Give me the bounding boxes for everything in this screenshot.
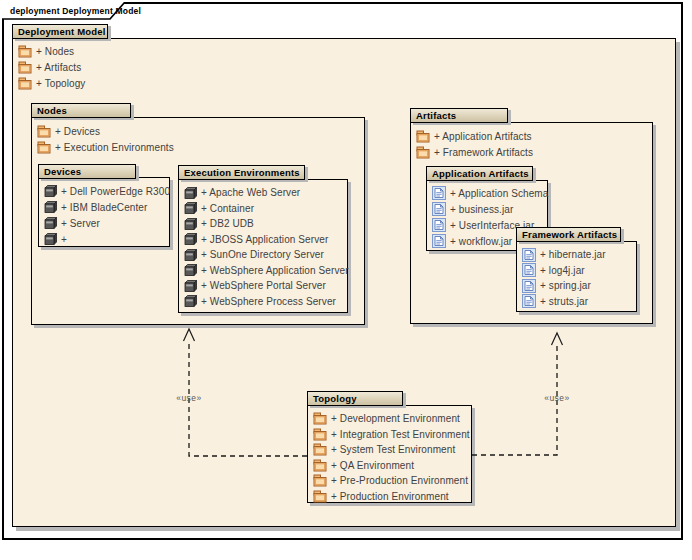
list-item-label: + WebSphere Portal Server [201,280,326,291]
list-item[interactable]: + Dell PowerEdge R300 [44,183,168,199]
list-item-label: + Framework Artifacts [434,147,533,158]
artifact-icon [432,218,446,232]
package-framework-artifacts-body[interactable]: + hibernate.jar+ log4j.jar+ spring.jar+ … [516,241,637,312]
list-item-label: + Pre-Production Environment [331,475,468,486]
list-item-label: + SunOne Directory Server [201,249,324,260]
package-title: Artifacts [416,110,456,121]
list-item[interactable]: + QA Environment [313,458,470,474]
list-item[interactable]: + Server [44,215,168,231]
list-item-label: + Devices [55,126,100,137]
device-icon [184,218,197,230]
device-icon [44,217,57,229]
package-title: Framework Artifacts [522,229,617,240]
list-item[interactable]: + Application Artifacts [416,128,651,144]
list-item[interactable]: + Application Schema [432,185,546,201]
list-item[interactable]: + Pre-Production Environment [313,473,470,489]
list-item[interactable]: + Framework Artifacts [416,144,651,160]
folder-icon [313,428,327,441]
list-item[interactable]: + JBOSS Application Server [184,232,346,248]
list-item-label: + Server [61,218,100,229]
device-icon [44,201,57,213]
list-item-label: + Execution Environments [55,142,174,153]
package-title: Application Artifacts [432,168,529,179]
device-icon [184,264,197,276]
list-item[interactable]: + log4j.jar [522,263,635,279]
package-nodes-tab[interactable]: Nodes [31,103,131,118]
package-topology-body[interactable]: + Development Environment+ Integration T… [307,405,472,503]
list-item[interactable]: + IBM BladeCenter [44,199,168,215]
device-icon [184,280,197,292]
list-item[interactable]: + System Test Environment [313,442,470,458]
list-item[interactable]: + spring.jar [522,278,635,294]
package-deployment-model-tab[interactable]: Deployment Model [12,24,108,39]
list-item[interactable]: + Execution Environments [37,139,363,155]
list-item-label: + [61,234,67,245]
list-item-label: + Apache Web Server [201,187,300,198]
list-item-label: + Development Environment [331,413,460,424]
folder-icon [37,125,51,138]
package-topology-tab[interactable]: Topology [307,391,403,406]
list-item-label: + System Test Environment [331,444,455,455]
list-item-label: + Topology [36,78,85,89]
device-icon [184,202,197,214]
use-stereotype-label: «use» [176,393,202,403]
device-icon [184,187,197,199]
folder-icon [313,443,327,456]
folder-icon [18,61,32,74]
list-item-label: + Nodes [36,46,74,57]
device-icon [184,249,197,261]
package-topology-items: + Development Environment+ Integration T… [313,411,470,504]
package-devices-body[interactable]: + Dell PowerEdge R300+ IBM BladeCenter+ … [38,177,170,247]
folder-icon [313,412,327,425]
frame-label: deployment Deployment Model [10,6,141,16]
list-item[interactable]: + Production Environment [313,489,470,505]
list-item[interactable]: + WebSphere Application Server [184,263,346,279]
package-artifacts-tab[interactable]: Artifacts [410,108,508,123]
list-item[interactable]: + Nodes [18,43,674,59]
package-title: Devices [44,166,81,177]
list-item[interactable]: + Apache Web Server [184,185,346,201]
list-item-label: + hibernate.jar [540,249,606,260]
list-item[interactable]: + Integration Test Environment [313,427,470,443]
list-item[interactable]: + WebSphere Portal Server [184,278,346,294]
list-item-label: + Container [201,203,254,214]
list-item[interactable]: + Devices [37,123,363,139]
use-stereotype-label: «use» [544,393,570,403]
list-item-label: + WebSphere Process Server [201,296,336,307]
package-framework-artifacts-tab[interactable]: Framework Artifacts [516,227,621,242]
package-execution-environments-tab[interactable]: Execution Environments [178,165,305,180]
list-item[interactable]: + Development Environment [313,411,470,427]
folder-icon [18,77,32,90]
list-item-label: + WebSphere Application Server [201,265,349,276]
list-item-label: + Application Schema [450,188,548,199]
list-item-label: + IBM BladeCenter [61,202,147,213]
list-item-label: + workflow.jar [450,236,512,247]
package-devices-tab[interactable]: Devices [38,164,136,179]
diagram-canvas: + Nodes+ Artifacts+ Topology Deployment … [0,0,692,560]
list-item[interactable]: + struts.jar [522,294,635,310]
list-item[interactable]: + DB2 UDB [184,216,346,232]
folder-icon [313,459,327,472]
device-icon [184,295,197,307]
package-title: Nodes [37,105,67,116]
list-item[interactable]: + WebSphere Process Server [184,294,346,310]
folder-icon [416,130,430,143]
package-execution-environments-body[interactable]: + Apache Web Server+ Container+ DB2 UDB+… [178,179,348,313]
list-item-label: + Dell PowerEdge R300 [61,186,170,197]
list-item-label: + log4j.jar [540,265,585,276]
package-application-artifacts-tab[interactable]: Application Artifacts [426,166,533,181]
list-item[interactable]: + business.jar [432,201,546,217]
package-title: Deployment Model [18,26,106,37]
artifact-icon [432,234,446,248]
list-item[interactable]: + [44,231,168,247]
list-item[interactable]: + hibernate.jar [522,247,635,263]
package-deployment-model-items: + Nodes+ Artifacts+ Topology [18,43,674,91]
list-item-label: + struts.jar [540,296,588,307]
list-item[interactable]: + Topology [18,75,674,91]
device-icon [184,233,197,245]
list-item[interactable]: + Container [184,201,346,217]
list-item[interactable]: + SunOne Directory Server [184,247,346,263]
package-title: Topology [313,393,357,404]
list-item-label: + Integration Test Environment [331,429,470,440]
list-item[interactable]: + Artifacts [18,59,674,75]
